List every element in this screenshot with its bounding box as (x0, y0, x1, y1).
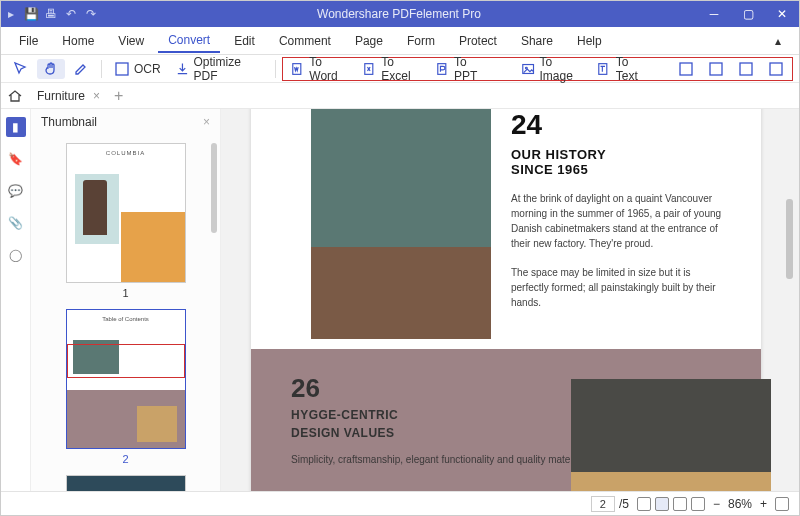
svg-rect-8 (710, 63, 722, 75)
to-epub-button[interactable] (672, 59, 700, 79)
pdf-page: 24 OUR HISTORY SINCE 1965 At the brink o… (251, 109, 761, 491)
thumb-number: 1 (66, 287, 186, 299)
save-icon[interactable]: 💾 (21, 7, 41, 21)
divider (275, 60, 276, 78)
doc-image-lamp (571, 379, 771, 491)
panel-title: Thumbnail (41, 115, 97, 129)
menu-bar: File Home View Convert Edit Comment Page… (1, 27, 799, 55)
hand-tool[interactable] (37, 59, 65, 79)
edit-tool[interactable] (67, 59, 95, 79)
zoom-value: 86% (728, 497, 752, 511)
to-image-button[interactable]: To Image (515, 53, 589, 85)
menu-home[interactable]: Home (52, 30, 104, 52)
tab-label: Furniture (37, 89, 85, 103)
document-tab[interactable]: Furniture × (29, 86, 108, 106)
to-ppt-button[interactable]: To PPT (430, 53, 495, 85)
thumbnail-panel: Thumbnail × COLUMBIA 1 Table of Contents… (31, 109, 221, 491)
menu-share[interactable]: Share (511, 30, 563, 52)
to-word-button[interactable]: To Word (285, 53, 355, 85)
to-html-button[interactable] (702, 59, 730, 79)
page-input[interactable] (591, 496, 615, 512)
optimize-pdf-button[interactable]: Optimize PDF (169, 53, 269, 85)
paragraph-2: The space may be limited in size but it … (511, 265, 731, 310)
menu-convert[interactable]: Convert (158, 29, 220, 53)
heading-line1: OUR HISTORY (511, 147, 731, 162)
page-canvas[interactable]: 24 OUR HISTORY SINCE 1965 At the brink o… (221, 109, 799, 491)
to-excel-button[interactable]: To Excel (357, 53, 428, 85)
search-side-icon[interactable]: ◯ (6, 245, 26, 265)
thumbnails-icon[interactable]: ▮ (6, 117, 26, 137)
menu-help[interactable]: Help (567, 30, 612, 52)
menu-protect[interactable]: Protect (449, 30, 507, 52)
maximize-button[interactable]: ▢ (731, 1, 765, 27)
status-bar: /5 − 86% + (1, 491, 799, 515)
zoom-in-button[interactable]: + (760, 497, 767, 511)
to-text-button[interactable]: To Text (591, 53, 655, 85)
menu-form[interactable]: Form (397, 30, 445, 52)
view-mode-group (637, 497, 705, 511)
bookmarks-icon[interactable]: 🔖 (6, 149, 26, 169)
attachments-icon[interactable]: 📎 (6, 213, 26, 233)
to-rtf-button[interactable] (732, 59, 760, 79)
home-icon[interactable] (7, 89, 23, 103)
side-strip: ▮ 🔖 💬 📎 ◯ (1, 109, 31, 491)
thumb-number: 2 (66, 453, 186, 465)
view-single-icon[interactable] (637, 497, 651, 511)
doc-image-chair (311, 109, 491, 339)
document-tab-bar: Furniture × + (1, 83, 799, 109)
svg-rect-0 (116, 63, 128, 75)
undo-icon[interactable]: ↶ (61, 7, 81, 21)
ribbon-toolbar: OCR Optimize PDF To Word To Excel To PPT… (1, 55, 799, 83)
view-continuous-icon[interactable] (655, 497, 669, 511)
panel-scrollbar[interactable] (211, 143, 217, 233)
fullscreen-icon[interactable] (775, 497, 789, 511)
minimize-button[interactable]: ─ (697, 1, 731, 27)
heading-number: 24 (511, 109, 731, 141)
close-button[interactable]: ✕ (765, 1, 799, 27)
page-total: /5 (619, 497, 629, 511)
title-bar: ▸ 💾 🖶 ↶ ↷ Wondershare PDFelement Pro ─ ▢… (1, 1, 799, 27)
svg-rect-9 (740, 63, 752, 75)
svg-rect-7 (680, 63, 692, 75)
thumbnail-1[interactable]: COLUMBIA 1 (66, 143, 186, 299)
menu-file[interactable]: File (9, 30, 48, 52)
thumb-annotation (67, 344, 185, 378)
menu-page[interactable]: Page (345, 30, 393, 52)
panel-close-icon[interactable]: × (203, 115, 210, 129)
menu-view[interactable]: View (108, 30, 154, 52)
to-pdfa-button[interactable] (762, 59, 790, 79)
convert-group-highlight: To Word To Excel To PPT To Image To Text (282, 57, 793, 81)
canvas-scrollbar[interactable] (786, 199, 793, 279)
menu-comment[interactable]: Comment (269, 30, 341, 52)
redo-icon[interactable]: ↷ (81, 7, 101, 21)
view-facing-cont-icon[interactable] (691, 497, 705, 511)
svg-rect-10 (770, 63, 782, 75)
ocr-button[interactable]: OCR (108, 59, 167, 79)
thumbnail-3[interactable] (66, 475, 186, 491)
doc-band: 26 HYGGE-CENTRIC DESIGN VALUES Simplicit… (251, 349, 761, 491)
window-title: Wondershare PDFelement Pro (101, 7, 697, 21)
paragraph-1: At the brink of daylight on a quaint Van… (511, 191, 731, 251)
new-tab-button[interactable]: + (114, 87, 123, 105)
comments-icon[interactable]: 💬 (6, 181, 26, 201)
tab-close-icon[interactable]: × (93, 89, 100, 103)
zoom-out-button[interactable]: − (713, 497, 720, 511)
select-tool[interactable] (7, 59, 35, 79)
print-icon[interactable]: 🖶 (41, 7, 61, 21)
divider (101, 60, 102, 78)
view-facing-icon[interactable] (673, 497, 687, 511)
heading-line2: SINCE 1965 (511, 162, 731, 177)
app-icon: ▸ (1, 7, 21, 21)
collapse-ribbon-icon[interactable]: ▴ (765, 30, 791, 52)
thumbnail-2[interactable]: Table of Contents 2 (66, 309, 186, 465)
menu-edit[interactable]: Edit (224, 30, 265, 52)
